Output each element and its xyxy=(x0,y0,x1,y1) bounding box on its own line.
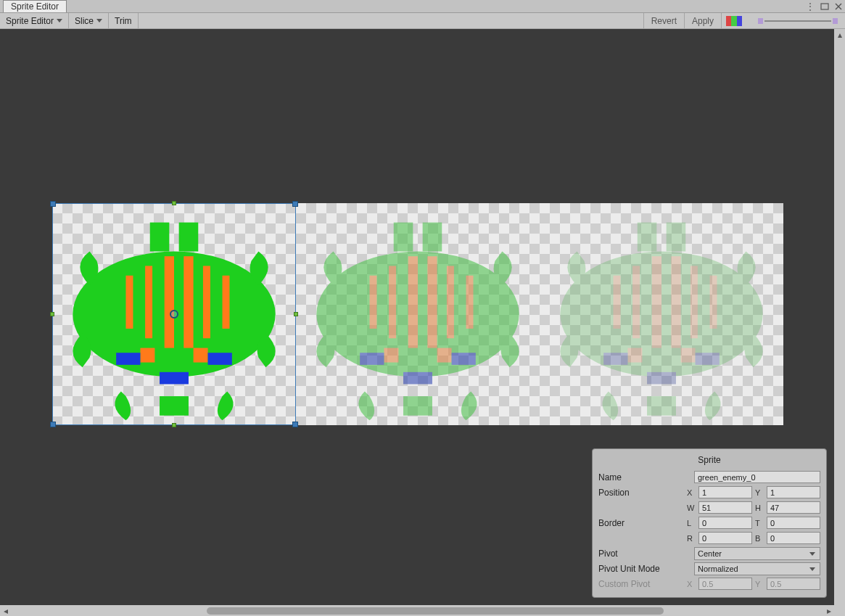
svg-rect-21 xyxy=(403,396,432,416)
chevron-down-icon xyxy=(57,19,62,22)
apply-label: Apply xyxy=(692,16,714,26)
selection-handle-right[interactable] xyxy=(294,312,298,316)
sprite-sheet[interactable] xyxy=(52,203,783,425)
svg-rect-24 xyxy=(408,256,418,348)
svg-rect-29 xyxy=(437,348,452,363)
svg-rect-36 xyxy=(647,396,676,416)
h-label: H xyxy=(755,504,765,512)
selection-handle-tl[interactable] xyxy=(50,201,56,207)
t-label: T xyxy=(755,519,765,527)
pivot-label: Pivot xyxy=(598,549,691,559)
slice-dropdown[interactable]: Slice xyxy=(69,13,109,28)
border-t-field[interactable] xyxy=(767,517,820,529)
slice-label: Slice xyxy=(75,16,94,26)
pivot-indicator[interactable] xyxy=(170,310,178,319)
position-label: Position xyxy=(598,488,684,498)
chevron-down-icon xyxy=(96,19,102,22)
alpha-slider[interactable] xyxy=(746,13,845,28)
custom-pivot-label: Custom Pivot xyxy=(598,579,684,589)
custom-pivot-y-field xyxy=(767,578,820,590)
custom-y-label: Y xyxy=(755,580,765,588)
selection-handle-bottom[interactable] xyxy=(172,423,176,427)
vertical-scrollbar[interactable]: ▴ xyxy=(834,29,845,605)
selection-handle-tr[interactable] xyxy=(292,201,298,207)
svg-rect-37 xyxy=(613,276,620,329)
svg-rect-25 xyxy=(427,256,437,348)
name-label: Name xyxy=(598,472,691,482)
inspector-title: Sprite xyxy=(598,453,820,469)
selection-handle-left[interactable] xyxy=(50,312,54,316)
sprite-frame-1 xyxy=(296,203,540,425)
border-label: Border xyxy=(598,518,684,528)
pivot-mode-dropdown[interactable]: Normalized xyxy=(694,562,820,575)
w-label: W xyxy=(687,504,697,512)
revert-label: Revert xyxy=(651,16,677,26)
selection-handle-bl[interactable] xyxy=(50,422,56,427)
revert-button[interactable]: Revert xyxy=(643,13,684,28)
scrollbar-corner xyxy=(834,605,845,616)
scroll-up-icon[interactable]: ▴ xyxy=(834,29,845,40)
svg-rect-39 xyxy=(652,256,661,348)
window-titlebar: Sprite Editor ⋮ xyxy=(0,0,845,13)
name-field[interactable] xyxy=(694,471,820,483)
svg-rect-35 xyxy=(667,223,686,252)
position-h-field[interactable] xyxy=(767,501,820,514)
svg-rect-38 xyxy=(632,266,640,338)
sprite-selection-rect[interactable] xyxy=(52,203,296,425)
scroll-left-icon[interactable]: ◂ xyxy=(0,605,11,616)
svg-rect-42 xyxy=(710,276,717,329)
border-b-field[interactable] xyxy=(767,532,820,544)
window-title-text: Sprite Editor xyxy=(11,1,59,12)
svg-rect-40 xyxy=(671,256,680,348)
svg-rect-45 xyxy=(603,353,627,365)
pivot-dropdown[interactable]: Center xyxy=(694,547,820,560)
svg-rect-19 xyxy=(394,223,413,252)
mode-dropdown[interactable]: Sprite Editor xyxy=(0,13,69,28)
trim-label: Trim xyxy=(115,16,132,26)
svg-rect-43 xyxy=(627,348,642,363)
svg-rect-32 xyxy=(403,372,432,385)
toolbar: Sprite Editor Slice Trim Revert Apply xyxy=(0,13,845,29)
custom-x-label: X xyxy=(687,580,697,588)
border-r-field[interactable] xyxy=(698,532,752,544)
apply-button[interactable]: Apply xyxy=(684,13,721,28)
more-icon[interactable]: ⋮ xyxy=(806,1,815,12)
pivot-mode-value: Normalized xyxy=(698,564,738,573)
svg-rect-22 xyxy=(369,276,376,329)
svg-rect-47 xyxy=(647,372,676,385)
slider-track xyxy=(764,20,832,22)
scrollbar-thumb[interactable] xyxy=(207,607,664,615)
y-label: Y xyxy=(755,488,765,497)
maximize-icon[interactable] xyxy=(820,3,829,10)
b-label: B xyxy=(755,534,765,543)
svg-rect-26 xyxy=(447,266,454,338)
svg-rect-28 xyxy=(384,348,398,363)
close-icon[interactable] xyxy=(835,3,842,10)
selection-handle-br[interactable] xyxy=(292,422,298,427)
scroll-right-icon[interactable]: ▸ xyxy=(823,605,834,616)
svg-rect-23 xyxy=(389,266,396,338)
sprite-frame-2 xyxy=(540,203,783,425)
sprite-inspector-panel[interactable]: Sprite Name Position X Y W H Border L T … xyxy=(592,448,827,598)
position-y-field[interactable] xyxy=(767,486,820,498)
horizontal-scrollbar[interactable]: ◂ ▸ xyxy=(0,605,834,616)
border-l-field[interactable] xyxy=(698,517,752,529)
position-w-field[interactable] xyxy=(698,501,752,514)
window-tab[interactable]: Sprite Editor xyxy=(3,0,67,12)
svg-rect-0 xyxy=(821,4,828,9)
r-label: R xyxy=(687,534,697,543)
selection-handle-top[interactable] xyxy=(172,201,176,205)
slider-cap-left xyxy=(758,18,763,24)
custom-pivot-x-field xyxy=(698,578,752,590)
trim-button[interactable]: Trim xyxy=(109,13,139,28)
svg-rect-30 xyxy=(360,353,384,365)
svg-rect-44 xyxy=(681,348,696,363)
pivot-mode-label: Pivot Unit Mode xyxy=(598,564,691,574)
svg-rect-31 xyxy=(452,353,476,365)
rgb-toggle-button[interactable] xyxy=(721,13,746,28)
svg-rect-27 xyxy=(466,276,474,329)
svg-rect-20 xyxy=(423,223,442,252)
pivot-value: Center xyxy=(698,549,722,558)
mode-label: Sprite Editor xyxy=(6,16,54,26)
position-x-field[interactable] xyxy=(698,486,752,498)
